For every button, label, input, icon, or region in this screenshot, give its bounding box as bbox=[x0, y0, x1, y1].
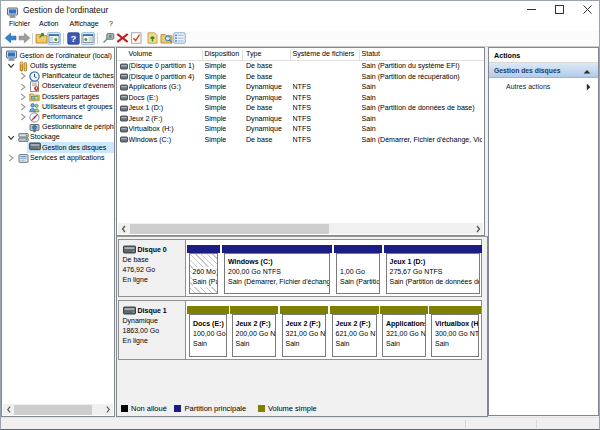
actions-group-label: Gestion des disques bbox=[494, 63, 560, 78]
properties-icon[interactable] bbox=[173, 32, 186, 44]
services-apps-icon bbox=[18, 153, 29, 164]
disk-label-1[interactable]: Disque 1 Dynamique 1863,00 Go En ligne bbox=[119, 301, 186, 359]
cell-type: De base bbox=[246, 103, 288, 114]
actions-item-autres-actions[interactable]: Autres actions bbox=[489, 79, 598, 94]
back-icon[interactable] bbox=[4, 32, 17, 44]
tree-item-label: Performance bbox=[42, 112, 83, 122]
partition-1-2[interactable]: Jeux 2 (F:) 321,00 Go NTFS Sain bbox=[280, 301, 329, 359]
volume-row[interactable]: Jeux 1 (D:)SimpleDe baseNTFSSain (Partit… bbox=[117, 103, 484, 114]
tree-item-services-et-applications[interactable]: Services et applications bbox=[2, 153, 114, 163]
volume-row[interactable]: Applications (G:)SimpleDynamiqueNTFSSain bbox=[117, 82, 484, 93]
tree-item-performance[interactable]: Performance bbox=[2, 112, 114, 122]
close-button[interactable] bbox=[573, 1, 600, 18]
partition-1-1[interactable]: Jeux 2 (F:) 200,00 Go NTFS Sain bbox=[230, 301, 279, 359]
explore-icon[interactable] bbox=[160, 32, 173, 44]
partition-body: 260 Mo Sain (Partition du système EFI) bbox=[189, 253, 219, 295]
minimize-button[interactable] bbox=[517, 1, 545, 18]
cell-fs: NTFS bbox=[293, 135, 358, 146]
partition-body: Applications (G:) 321,00 Go NTFS Sain bbox=[382, 314, 426, 357]
cell-disposition: Simple bbox=[205, 135, 241, 146]
cell-disposition: Simple bbox=[205, 72, 241, 83]
partition-status: Sain (Démarrer, Fichier d'échange, Vidag… bbox=[228, 277, 329, 287]
partition-0-2[interactable]: 1,00 Go Sain (Partition de récupération) bbox=[334, 240, 382, 297]
legend-label: Volume simple bbox=[268, 403, 317, 414]
help-icon[interactable]: ? bbox=[67, 32, 80, 45]
delete-volume-icon[interactable] bbox=[116, 32, 129, 44]
chevron-expanded-icon[interactable] bbox=[7, 61, 15, 71]
console-tree-pane: Gestion de l'ordinateur (local)Outils sy… bbox=[1, 47, 115, 417]
menu-aide[interactable]: ? bbox=[109, 18, 113, 31]
tree-item-dossiers-partagés[interactable]: Dossiers partagés bbox=[2, 92, 114, 102]
menu-fichier[interactable]: Fichier bbox=[9, 18, 30, 31]
partition-status: Sain bbox=[286, 339, 326, 349]
window-title: Gestion de l'ordinateur bbox=[23, 1, 108, 19]
volume-row[interactable]: Virtualbox (H:)SimpleDynamiqueNTFSSain bbox=[117, 124, 484, 135]
partition-0-0[interactable]: 260 Mo Sain (Partition du système EFI) bbox=[187, 240, 221, 297]
partition-status: Sain (Partition de récupération) bbox=[340, 277, 379, 287]
partition-name: Docs (E:) bbox=[193, 319, 226, 329]
menu-affichage[interactable]: Affichage bbox=[70, 18, 99, 31]
cell-fs: NTFS bbox=[293, 114, 358, 125]
tree-item-utilisateurs-et-groupes-locaux[interactable]: Utilisateurs et groupes locaux bbox=[2, 102, 114, 112]
partition-0-3[interactable]: Jeux 1 (D:) 275,67 Go NTFS Sain (Partiti… bbox=[384, 240, 482, 297]
tree-horizontal-scrollbar[interactable] bbox=[3, 404, 113, 415]
column-header-disposition[interactable]: Disposition bbox=[202, 48, 239, 61]
cell-fs: NTFS bbox=[293, 82, 358, 93]
console-window-icon[interactable] bbox=[47, 32, 61, 45]
column-header-volume[interactable]: Volume bbox=[120, 48, 153, 61]
volume-row[interactable]: (Disque 0 partition 1)SimpleDe baseSain … bbox=[117, 61, 484, 72]
export-list-icon[interactable] bbox=[146, 32, 159, 44]
cell-disposition: Simple bbox=[205, 114, 241, 125]
cell-type: De base bbox=[246, 72, 288, 83]
volume-list-header: VolumeDispositionTypeSystème de fichiers… bbox=[117, 48, 484, 61]
legend-label: Non alloué bbox=[131, 403, 167, 414]
tree-item-gestion-de-l-ordinateur-local[interactable]: Gestion de l'ordinateur (local) bbox=[2, 51, 114, 61]
chevron-collapsed-icon[interactable] bbox=[19, 82, 27, 92]
partition-1-3[interactable]: Jeux 2 (F:) 621,00 Go NTFS Sain bbox=[330, 301, 379, 359]
tree-item-outils-système[interactable]: Outils système bbox=[2, 61, 114, 71]
cell-statut: Sain (Partition du système EFI) bbox=[362, 61, 483, 72]
tree-item-gestion-des-disques[interactable]: Gestion des disques bbox=[2, 143, 114, 153]
actions-group-gestion-des-disques[interactable]: Gestion des disques bbox=[489, 63, 598, 78]
partition-1-4[interactable]: Applications (G:) 321,00 Go NTFS Sain bbox=[380, 301, 428, 359]
chevron-collapsed-icon[interactable] bbox=[19, 71, 27, 81]
volume-row[interactable]: (Disque 0 partition 4)SimpleDe baseSain … bbox=[117, 72, 484, 83]
column-header-statut[interactable]: Statut bbox=[359, 48, 380, 61]
menu-action[interactable]: Action bbox=[39, 18, 58, 31]
tree-item-label: Gestion des disques bbox=[42, 143, 106, 153]
show-action-pane-icon[interactable] bbox=[81, 32, 95, 45]
partition-status: Sain bbox=[386, 339, 425, 349]
partition-body: Jeux 2 (F:) 321,00 Go NTFS Sain bbox=[282, 314, 327, 357]
chevron-expanded-icon[interactable] bbox=[7, 133, 15, 143]
tree-item-stockage[interactable]: Stockage bbox=[2, 132, 114, 142]
collapse-up-icon[interactable] bbox=[583, 69, 591, 74]
partition-body: Windows (C:) 200,00 Go NTFS Sain (Démarr… bbox=[224, 253, 330, 295]
column-header-type[interactable]: Type bbox=[244, 48, 262, 61]
chevron-collapsed-icon[interactable] bbox=[19, 102, 27, 112]
tree-item-planificateur-de-tâches[interactable]: Planificateur de tâches bbox=[2, 71, 114, 81]
mark-partition-active-icon[interactable] bbox=[130, 32, 143, 44]
partition-1-5[interactable]: Virtualbox (H:) 300,00 Go NTFS Sain bbox=[429, 301, 481, 359]
column-header-fs[interactable]: Système de fichiers bbox=[290, 48, 354, 61]
device-properties-icon[interactable] bbox=[102, 32, 115, 44]
volume-list-horizontal-scrollbar[interactable] bbox=[118, 223, 483, 234]
chevron-collapsed-icon[interactable] bbox=[19, 92, 27, 102]
volume-row[interactable]: Windows (C:)SimpleDe baseNTFSSain (Démar… bbox=[117, 135, 484, 146]
forward-icon[interactable] bbox=[18, 32, 31, 44]
disk-status: En ligne bbox=[123, 275, 185, 285]
disk-label-0[interactable]: Disque 0 De base 476,92 Go En ligne bbox=[119, 240, 186, 297]
chevron-collapsed-icon[interactable] bbox=[19, 112, 27, 122]
partition-size: 300,00 Go NTFS bbox=[435, 329, 478, 339]
volume-row[interactable]: Docs (E:)SimpleDynamiqueNTFSSain bbox=[117, 93, 484, 104]
partition-0-1[interactable]: Windows (C:) 200,00 Go NTFS Sain (Démarr… bbox=[222, 240, 332, 297]
volume-row[interactable]: Jeux 2 (F:)SimpleDynamiqueNTFSSain bbox=[117, 114, 484, 125]
partition-1-0[interactable]: Docs (E:) 100,00 Go NTFS Sain bbox=[187, 301, 229, 359]
disk-type: De base bbox=[123, 255, 185, 265]
tree-item-gestionnaire-de-périphériques[interactable]: Gestionnaire de périphériques bbox=[2, 122, 114, 132]
cell-volume: (Disque 0 partition 4) bbox=[129, 72, 201, 83]
partition-status: Sain (Partition du système EFI) bbox=[193, 277, 219, 287]
tree-item-observateur-d-événements[interactable]: Observateur d'événements bbox=[2, 81, 114, 91]
partition-color-band bbox=[330, 306, 379, 314]
chevron-collapsed-icon[interactable] bbox=[7, 153, 15, 163]
maximize-button[interactable] bbox=[545, 1, 573, 18]
